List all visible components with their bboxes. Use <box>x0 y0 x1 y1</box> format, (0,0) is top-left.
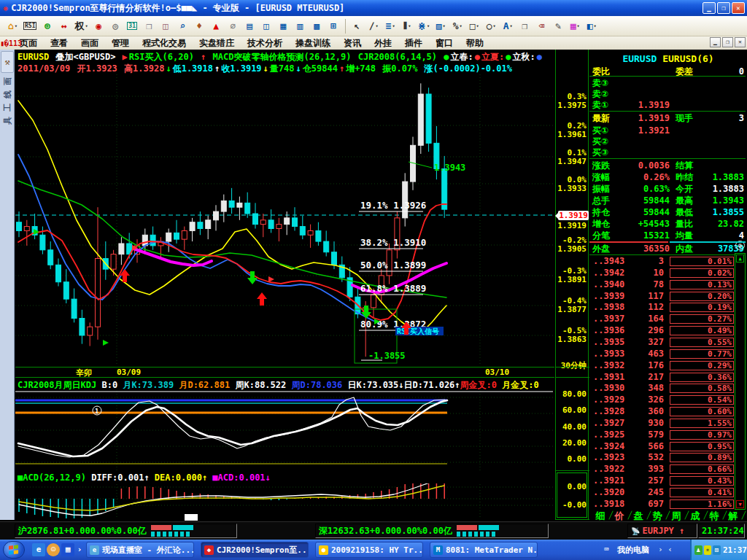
toolbar-chevron-icon[interactable]: › ‹ <box>658 545 673 554</box>
chart1-icon[interactable]: ▦ <box>276 18 291 34</box>
menu-item-3[interactable]: 管理 <box>105 36 136 50</box>
cursor-icon[interactable]: ↖ <box>349 18 365 34</box>
rect-icon[interactable]: □▾ <box>467 18 482 34</box>
fib-label: 50.0% 1.3899 <box>360 260 426 271</box>
macd-panel[interactable] <box>15 483 554 520</box>
title-bar[interactable]: ❋ CJR2000!Sempron至尊行情分析软件!o—$■■◣ - 专业版 -… <box>0 0 747 16</box>
tray-network-icon[interactable]: ⊡ <box>713 545 721 555</box>
tick-row: ..39381120.19% <box>589 302 735 313</box>
quote-label: 结算 <box>676 160 693 171</box>
quote-value: 59844 <box>611 207 670 218</box>
book-icon[interactable]: ◫ <box>158 18 174 34</box>
dropdown-caret-icon[interactable]: ▾ <box>442 23 445 29</box>
alarm-bell-icon[interactable]: ▲ <box>209 18 224 34</box>
main-chart[interactable]: 19.1% 1.392638.2% 1.391050.0% 1.389961.8… <box>15 73 554 367</box>
pen-icon[interactable]: ✎ <box>551 18 566 34</box>
text-icon[interactable]: A▾ <box>500 18 516 34</box>
chart3-icon[interactable]: ▩ <box>309 18 325 34</box>
dropdown-caret-icon[interactable]: ▾ <box>408 23 411 29</box>
copy-docs-icon[interactable]: ❒ <box>142 18 157 34</box>
hline-icon[interactable]: ≡▾ <box>383 18 398 34</box>
percent-icon[interactable]: %▾ <box>450 18 465 34</box>
vline-icon[interactable]: ⫴▾ <box>400 18 415 34</box>
dropdown-caret-icon[interactable]: ▾ <box>476 23 479 29</box>
quicklaunch-app-icon[interactable]: ▦ <box>61 543 74 556</box>
quan-icon[interactable]: 权▾ <box>73 18 89 34</box>
search-chart-icon[interactable]: ⌕ <box>175 18 190 34</box>
tray-user-icon[interactable]: ♟ <box>694 545 703 555</box>
split-icon[interactable]: ◫ <box>259 18 274 34</box>
menu-item-9[interactable]: 外挂 <box>368 36 398 50</box>
mdi-restore-button[interactable]: ❐ <box>722 37 733 47</box>
dropdown-caret-icon[interactable]: ▾ <box>576 23 579 29</box>
desktop-toolbar-label[interactable]: 我的电脑 <box>617 545 649 556</box>
index-sz-text: 0.00亿 <box>422 525 452 537</box>
menu-item-5[interactable]: 实盘猎庄 <box>193 36 241 50</box>
menu-item-11[interactable]: 窗口 <box>429 36 460 50</box>
circle-icon[interactable]: ○▾ <box>484 18 499 34</box>
menu-item-10[interactable]: 插件 <box>398 36 429 50</box>
header2-segment: 2011/03/09 <box>18 63 75 74</box>
rays-icon[interactable]: ⋇▾ <box>417 18 432 34</box>
task-button-0[interactable]: e现场直播室 - 外汇论... <box>86 542 194 558</box>
menu-item-6[interactable]: 技术分析 <box>241 36 289 50</box>
quicklaunch-expand-icon[interactable]: › <box>76 543 83 556</box>
dropdown-caret-icon[interactable]: ▾ <box>392 23 395 29</box>
scale-price-label: 1.3905 <box>557 244 587 254</box>
save-icon[interactable]: ◧▾ <box>584 18 600 34</box>
mdi-close-button[interactable]: ✕ <box>735 37 746 47</box>
menu-item-7[interactable]: 操盘训练 <box>289 36 337 50</box>
menu-item-4[interactable]: 程式化交易 <box>136 36 193 50</box>
trendline-icon[interactable]: ∕▾ <box>366 18 382 34</box>
lights-icon[interactable]: ◉ <box>91 18 107 34</box>
dropdown-caret-icon[interactable]: ▾ <box>85 23 88 29</box>
task-button-1[interactable]: ◆CJR2000!Sempron至... <box>201 542 309 558</box>
task-icon: M <box>433 545 443 555</box>
restore-button[interactable]: ❐ <box>717 2 730 14</box>
list-icon[interactable]: ▤ <box>242 18 258 34</box>
hatch-icon[interactable]: ▨▾ <box>433 18 449 34</box>
minimize-button[interactable]: ▁ <box>703 2 716 14</box>
menu-item-2[interactable]: 画面 <box>74 36 105 50</box>
palette-icon[interactable]: ▦▾ <box>568 18 583 34</box>
mdi-minimize-button[interactable]: ▁ <box>710 37 721 47</box>
close-button[interactable]: ✕ <box>732 2 745 14</box>
kdj-panel[interactable]: 1 <box>15 390 554 472</box>
menu-item-1[interactable]: 查看 <box>44 36 74 50</box>
glasses-icon[interactable]: ◎ <box>108 18 123 34</box>
calendar-icon[interactable]: 31 <box>125 18 140 34</box>
dropdown-caret-icon[interactable]: ▾ <box>593 23 596 29</box>
scroll-down-icon[interactable]: ▼ <box>736 500 744 508</box>
dropdown-caret-icon[interactable]: ▾ <box>375 23 378 29</box>
dropdown-caret-icon[interactable]: ▾ <box>15 23 18 29</box>
chart2-icon[interactable]: ▥ <box>293 18 308 34</box>
tray-star-icon[interactable]: ✶ <box>704 545 712 555</box>
monitor-icon[interactable]: ⊞ <box>326 18 341 34</box>
eraser-icon[interactable]: ⌫ <box>534 18 549 34</box>
dropdown-caret-icon[interactable]: ▾ <box>509 23 512 29</box>
quan-icon: 权 <box>74 20 84 33</box>
rsi-icon[interactable]: RSI <box>22 18 38 34</box>
dropdown-caret-icon[interactable]: ▾ <box>459 23 462 29</box>
keyboard-icon[interactable]: ⌨ <box>604 545 609 554</box>
menu-item-12[interactable]: 帮助 <box>460 36 490 50</box>
task-button-2[interactable]: ●2009219158: HY Tr... <box>315 542 423 558</box>
tick-scrollbar[interactable]: ▲ ▼ <box>735 253 746 510</box>
dropdown-caret-icon[interactable]: ▾ <box>492 23 495 29</box>
home-icon[interactable]: ⌂▾ <box>5 18 20 34</box>
menu-item-0[interactable]: 页面 <box>13 36 44 50</box>
copy-icon[interactable]: ❐ <box>517 18 533 34</box>
move-icon[interactable]: ⊕ <box>39 18 55 34</box>
arrow-icon[interactable]: ↔ <box>56 18 71 34</box>
start-button[interactable] <box>3 541 25 559</box>
draw-tools-icon[interactable]: ⚒ <box>1 51 14 73</box>
menu-item-8[interactable]: 资讯 <box>337 36 368 50</box>
hammer-icon[interactable]: ♦ <box>192 18 207 34</box>
task-button-3[interactable]: M8081: MetaTrader N... <box>430 542 538 558</box>
quicklaunch-ie-icon[interactable]: e <box>32 543 45 556</box>
quicklaunch-messenger-icon[interactable]: ☺ <box>47 543 60 556</box>
scroll-up-icon[interactable]: ▲ <box>736 254 744 262</box>
quote-value: 3 <box>739 113 744 124</box>
dropdown-caret-icon[interactable]: ▾ <box>427 23 430 29</box>
plug-icon[interactable]: ∅ <box>225 18 241 34</box>
